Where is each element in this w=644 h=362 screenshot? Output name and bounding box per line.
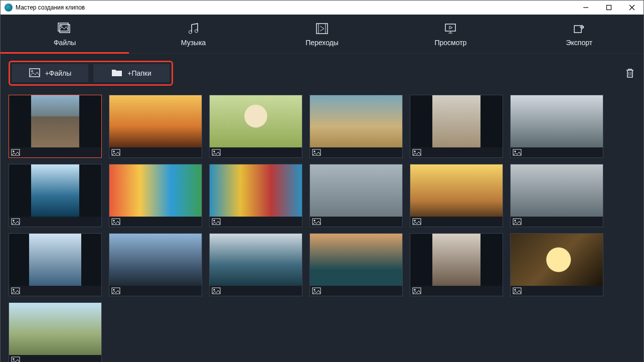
thumbnail[interactable] bbox=[410, 164, 503, 227]
maximize-button[interactable] bbox=[597, 1, 620, 15]
tab-files[interactable]: Файлы bbox=[1, 15, 129, 53]
button-label: +Файлы bbox=[45, 69, 72, 77]
thumbnail-footer bbox=[410, 147, 503, 157]
thumbnail[interactable] bbox=[209, 164, 302, 227]
svg-point-51 bbox=[314, 289, 315, 290]
thumbnail-footer bbox=[210, 147, 302, 157]
minimize-button[interactable] bbox=[574, 1, 597, 15]
thumbnail[interactable] bbox=[410, 233, 503, 296]
music-icon bbox=[186, 22, 202, 36]
image-type-icon bbox=[312, 218, 321, 225]
image-type-icon bbox=[412, 149, 421, 156]
image-type-icon bbox=[312, 149, 321, 156]
thumbnail-image bbox=[310, 95, 402, 147]
thumbnail-footer bbox=[9, 286, 101, 296]
svg-point-49 bbox=[214, 289, 215, 290]
thumbnail-footer bbox=[410, 286, 503, 296]
tab-export[interactable]: Экспорт bbox=[515, 15, 643, 53]
step-tabs: Файлы Музыка Переходы Просмотр bbox=[1, 15, 643, 54]
svg-point-27 bbox=[314, 151, 315, 152]
thumbnail-image bbox=[511, 164, 603, 217]
thumbnail-image bbox=[210, 234, 302, 286]
files-icon bbox=[57, 22, 73, 36]
svg-point-45 bbox=[13, 289, 14, 290]
thumbnail[interactable] bbox=[309, 233, 403, 296]
thumbnail[interactable] bbox=[9, 302, 102, 362]
thumbnail-image bbox=[410, 234, 503, 286]
tab-music[interactable]: Музыка bbox=[129, 15, 257, 53]
thumbnail[interactable] bbox=[510, 233, 603, 296]
close-button[interactable] bbox=[620, 1, 643, 15]
thumbnail-footer bbox=[210, 286, 302, 296]
thumbnail[interactable] bbox=[209, 95, 302, 158]
image-type-icon bbox=[111, 287, 120, 294]
thumbnail[interactable] bbox=[510, 164, 603, 227]
tab-transitions[interactable]: Переходы bbox=[258, 15, 386, 53]
svg-point-33 bbox=[13, 220, 14, 221]
thumbnail-footer bbox=[9, 355, 101, 362]
thumbnail[interactable] bbox=[109, 164, 202, 227]
svg-point-29 bbox=[414, 151, 415, 152]
add-folder-button[interactable]: +Папки bbox=[93, 64, 170, 82]
thumbnail-footer bbox=[410, 217, 503, 227]
window-title: Мастер создания клипов bbox=[16, 4, 85, 11]
svg-point-47 bbox=[113, 289, 114, 290]
thumbnail[interactable] bbox=[209, 233, 302, 296]
thumbnail-footer bbox=[9, 147, 101, 157]
thumbnail[interactable] bbox=[410, 95, 503, 158]
svg-point-57 bbox=[13, 358, 14, 359]
svg-point-23 bbox=[113, 151, 114, 152]
add-files-button[interactable]: +Файлы bbox=[12, 64, 88, 82]
image-type-icon bbox=[412, 218, 421, 225]
tab-label: Просмотр bbox=[434, 39, 466, 47]
tab-label: Музыка bbox=[181, 39, 206, 47]
button-label: +Папки bbox=[127, 69, 151, 77]
thumbnail-image bbox=[109, 234, 202, 286]
delete-button[interactable] bbox=[624, 67, 635, 79]
thumbnail-footer bbox=[310, 147, 402, 157]
thumbnail-image bbox=[310, 164, 402, 217]
image-type-icon bbox=[11, 356, 20, 362]
thumbnail[interactable] bbox=[9, 164, 102, 227]
tab-label: Переходы bbox=[305, 39, 339, 47]
image-type-icon bbox=[513, 149, 522, 156]
app-body: Файлы Музыка Переходы Просмотр bbox=[1, 15, 643, 362]
app-window: Мастер создания клипов Файлы Му bbox=[0, 0, 644, 362]
add-buttons-group: +Файлы +Папки bbox=[9, 61, 173, 86]
thumbnail[interactable] bbox=[109, 95, 202, 158]
tab-preview[interactable]: Просмотр bbox=[386, 15, 515, 53]
thumbnail[interactable] bbox=[9, 95, 102, 158]
thumbnail-image bbox=[9, 303, 101, 355]
thumbnail-image bbox=[310, 234, 402, 286]
thumbnail[interactable] bbox=[309, 164, 403, 227]
thumbnail-footer bbox=[109, 217, 202, 227]
image-type-icon bbox=[212, 287, 221, 294]
image-type-icon bbox=[212, 149, 221, 156]
svg-rect-56 bbox=[12, 357, 20, 362]
thumbnail-footer bbox=[511, 217, 603, 227]
thumbnail[interactable] bbox=[309, 95, 403, 158]
export-icon bbox=[571, 22, 587, 36]
thumbnail[interactable] bbox=[510, 95, 603, 158]
thumbnail-image bbox=[9, 95, 101, 147]
image-type-icon bbox=[11, 218, 20, 225]
tab-label: Экспорт bbox=[566, 39, 593, 47]
thumbnail-image bbox=[109, 95, 202, 147]
thumbnail-footer bbox=[511, 147, 603, 157]
svg-point-37 bbox=[214, 220, 215, 221]
svg-point-39 bbox=[314, 220, 315, 221]
thumbnail[interactable] bbox=[9, 233, 102, 296]
svg-point-25 bbox=[214, 151, 215, 152]
image-icon bbox=[29, 68, 40, 79]
svg-point-17 bbox=[31, 70, 33, 72]
image-type-icon bbox=[111, 149, 120, 156]
thumbnail-footer bbox=[210, 217, 302, 227]
image-type-icon bbox=[111, 218, 120, 225]
thumbnails-grid bbox=[9, 95, 635, 362]
thumbnail-image bbox=[410, 164, 503, 217]
svg-point-6 bbox=[61, 25, 62, 27]
thumbnails-scroll[interactable] bbox=[1, 90, 643, 362]
thumbnail[interactable] bbox=[109, 233, 202, 296]
image-type-icon bbox=[11, 149, 20, 156]
svg-point-55 bbox=[515, 289, 516, 290]
